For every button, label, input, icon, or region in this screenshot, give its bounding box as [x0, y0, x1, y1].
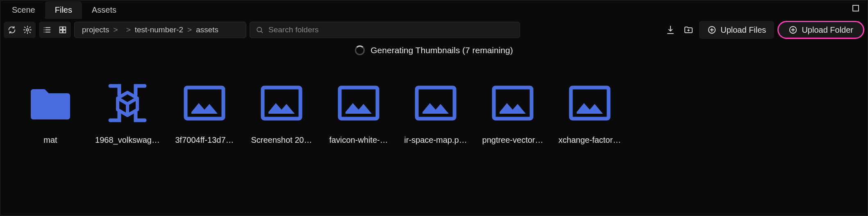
folder-plus-icon	[684, 25, 693, 35]
file-item[interactable]: pngtree-vector…	[474, 76, 551, 145]
chevron-right-icon: >	[187, 25, 192, 34]
settings-button[interactable]	[20, 22, 35, 37]
refresh-icon	[7, 25, 16, 34]
upload-folder-label: Upload Folder	[802, 25, 853, 35]
file-item[interactable]: favicon-white-…	[320, 76, 397, 145]
panel-tabs: Scene Files Assets	[0, 0, 868, 19]
chevron-right-icon: >	[114, 25, 118, 34]
file-item[interactable]: mat	[12, 76, 89, 145]
breadcrumb-item[interactable]: assets	[196, 25, 218, 34]
maximize-icon	[852, 4, 859, 12]
breadcrumb: projects > > test-number-2 > assets	[74, 22, 246, 38]
search-input[interactable]	[268, 25, 514, 34]
toolbar: projects > > test-number-2 > assets	[0, 19, 868, 40]
spinner-icon	[355, 45, 365, 55]
image-icon	[255, 76, 308, 130]
file-label: 1968_volkswag…	[95, 135, 160, 145]
tab-files[interactable]: Files	[45, 1, 82, 19]
image-icon	[332, 76, 385, 130]
svg-rect-3	[63, 27, 66, 29]
folder-icon	[24, 76, 77, 130]
file-grid: mat 1968_volkswag… 3f7004ff-13d7… Screen…	[0, 60, 868, 161]
file-item[interactable]: 3f7004ff-13d7…	[166, 76, 243, 145]
status-text: Generating Thumbnails (7 remaining)	[370, 45, 513, 55]
file-item[interactable]: xchange-factor…	[551, 76, 628, 145]
file-label: mat	[43, 135, 57, 145]
file-label: ir-space-map.p…	[404, 135, 467, 145]
svg-rect-0	[853, 5, 859, 11]
upload-folder-button[interactable]: Upload Folder	[777, 21, 864, 39]
chevron-right-icon: >	[126, 25, 131, 34]
search-icon	[256, 26, 264, 34]
search-box[interactable]	[250, 22, 520, 38]
file-label: favicon-white-…	[329, 135, 388, 145]
image-icon	[563, 76, 616, 130]
status-row: Generating Thumbnails (7 remaining)	[0, 40, 868, 60]
svg-point-6	[257, 27, 261, 32]
svg-rect-2	[60, 27, 62, 29]
file-label: xchange-factor…	[559, 135, 621, 145]
model-icon	[101, 76, 154, 130]
upload-files-label: Upload Files	[720, 25, 766, 35]
download-button[interactable]	[663, 22, 678, 37]
list-icon	[43, 25, 52, 34]
grid-icon	[58, 25, 67, 34]
breadcrumb-item[interactable]: test-number-2	[135, 25, 183, 34]
image-icon	[409, 76, 462, 130]
file-item[interactable]: Screenshot 20…	[243, 76, 320, 145]
plus-circle-icon	[788, 25, 798, 34]
maximize-button[interactable]	[852, 4, 862, 14]
tab-scene[interactable]: Scene	[2, 1, 45, 19]
svg-point-1	[26, 29, 29, 31]
image-icon	[178, 76, 231, 130]
file-item[interactable]: ir-space-map.p…	[397, 76, 474, 145]
file-label: 3f7004ff-13d7…	[175, 135, 234, 145]
file-label: Screenshot 20…	[251, 135, 312, 145]
image-icon	[486, 76, 539, 130]
download-icon	[666, 25, 675, 35]
file-item[interactable]: 1968_volkswag…	[89, 76, 166, 145]
new-folder-button[interactable]	[681, 22, 696, 37]
grid-view-button[interactable]	[55, 22, 70, 37]
plus-circle-icon	[707, 25, 716, 34]
svg-rect-4	[60, 30, 62, 33]
refresh-button[interactable]	[5, 22, 19, 37]
file-label: pngtree-vector…	[482, 135, 543, 145]
svg-rect-5	[63, 30, 66, 33]
tab-assets[interactable]: Assets	[82, 1, 126, 19]
breadcrumb-item[interactable]: projects	[82, 25, 109, 34]
upload-files-button[interactable]: Upload Files	[699, 21, 774, 39]
list-view-button[interactable]	[40, 22, 55, 37]
gear-icon	[23, 25, 32, 34]
